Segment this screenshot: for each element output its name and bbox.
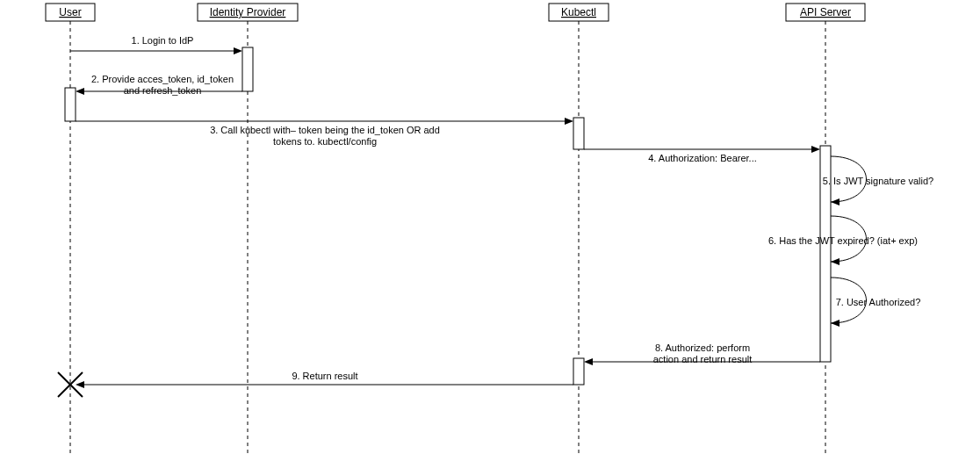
activation-idp bbox=[242, 47, 253, 91]
msg-6-label: 6. Has the JWT expired? (iat+ exp) bbox=[768, 235, 918, 246]
participant-kubectl-label: Kubectl bbox=[561, 6, 596, 18]
msg-5-label: 5. Is JWT signature valid? bbox=[823, 176, 933, 186]
msg-4-label: 4. Authorization: Bearer... bbox=[648, 153, 757, 163]
participant-apiserver-label: API Server bbox=[800, 6, 851, 18]
activation-kubectl-1 bbox=[573, 118, 584, 149]
msg-8-label-b: action and return result bbox=[653, 354, 753, 364]
activation-kubectl-2 bbox=[573, 358, 584, 385]
activation-user bbox=[65, 88, 76, 121]
sequence-diagram: User Identity Provider Kubectl API Serve… bbox=[0, 0, 980, 454]
msg-2-label-a: 2. Provide acces_token, id_token bbox=[91, 74, 234, 84]
msg-6-arrow bbox=[831, 258, 839, 265]
msg-7-arrow bbox=[831, 320, 839, 327]
msg-3-label-b: tokens to. kubectl/config bbox=[273, 136, 377, 147]
msg-4-arrow bbox=[811, 146, 820, 153]
participant-user-label: User bbox=[59, 6, 81, 18]
msg-1-arrow bbox=[234, 47, 242, 54]
participant-idp-label: Identity Provider bbox=[210, 6, 286, 18]
msg-3-label-a: 3. Call kubectl with– token being the id… bbox=[210, 125, 440, 135]
msg-2-label-b: and refresh_token bbox=[124, 85, 202, 96]
msg-1-label: 1. Login to IdP bbox=[132, 35, 194, 46]
msg-9-arrow bbox=[76, 381, 84, 388]
msg-9-label: 9. Return result bbox=[292, 371, 357, 381]
msg-5-arrow bbox=[831, 198, 839, 205]
msg-2-arrow bbox=[76, 88, 84, 95]
msg-8-arrow bbox=[584, 358, 593, 365]
msg-3-arrow bbox=[565, 118, 573, 125]
msg-7-label: 7. User Authorized? bbox=[836, 297, 921, 307]
msg-8-label-a: 8. Authorized: perform bbox=[655, 342, 750, 353]
